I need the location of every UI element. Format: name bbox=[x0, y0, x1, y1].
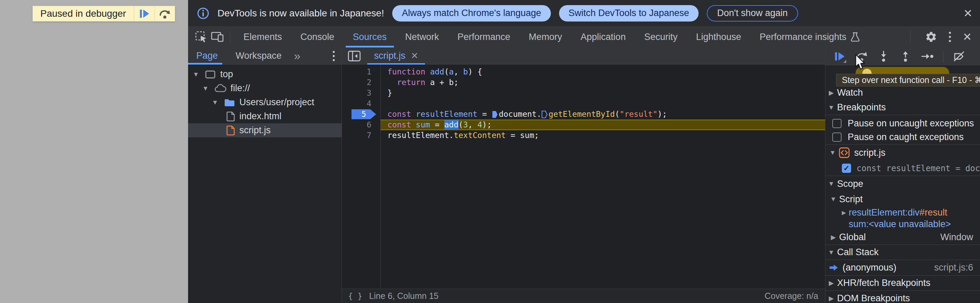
section-watch[interactable]: ▶ Watch bbox=[826, 85, 980, 100]
chevron-down-icon[interactable]: ▼ bbox=[827, 149, 838, 157]
section-breakpoints[interactable]: ▼ Breakpoints bbox=[826, 100, 980, 115]
line-number[interactable]: 6 bbox=[342, 119, 380, 130]
toggle-device-toolbar-button[interactable] bbox=[209, 26, 226, 48]
step-out-button[interactable] bbox=[899, 49, 912, 63]
step-over-button[interactable] bbox=[855, 49, 869, 63]
long-press-indicator bbox=[843, 60, 846, 63]
section-dom-breakpoints[interactable]: ▶ DOM Breakpoints bbox=[826, 291, 980, 303]
devtools-close-icon[interactable]: ✕ bbox=[963, 32, 972, 42]
infobar-close-icon[interactable]: ✕ bbox=[963, 8, 972, 19]
pause-uncaught-row[interactable]: Pause on uncaught exceptions bbox=[826, 116, 980, 130]
scope-script-section[interactable]: ▼ Script bbox=[826, 192, 980, 207]
tab-security[interactable]: Security bbox=[635, 26, 687, 48]
switch-to-japanese-button[interactable]: Switch DevTools to Japanese bbox=[559, 5, 699, 22]
navigator-tab-page[interactable]: Page bbox=[196, 51, 218, 61]
breakpoint-marker[interactable]: 5 bbox=[352, 109, 376, 119]
tab-sources[interactable]: Sources bbox=[344, 26, 396, 48]
editor-tab-script-js[interactable]: script.js ✕ bbox=[367, 48, 425, 65]
step-over-mini-button[interactable] bbox=[154, 6, 175, 21]
debugger-sections: ▶ Watch ▼ Breakpoints Pause on uncaught … bbox=[826, 85, 980, 303]
breakpoint-code-preview: const resultElement = doc… bbox=[857, 163, 980, 173]
chevron-down-icon[interactable]: ▼ bbox=[826, 180, 837, 187]
inline-breakpoint-marker-icon[interactable] bbox=[542, 111, 547, 118]
expand-chevron-icon[interactable]: ▼ bbox=[211, 99, 220, 106]
pause-caught-checkbox[interactable] bbox=[832, 133, 842, 142]
line-number-breakpoint[interactable]: 5 bbox=[342, 109, 380, 119]
pause-caught-row[interactable]: Pause on caught exceptions bbox=[826, 130, 980, 144]
navigator-tab-workspace[interactable]: Workspace bbox=[235, 51, 282, 61]
always-match-language-button[interactable]: Always match Chrome's language bbox=[392, 5, 550, 22]
tab-performance-insights[interactable]: Performance insights bbox=[751, 26, 870, 48]
scope-var-sum[interactable]: sum: <value unavailable> bbox=[826, 218, 980, 230]
line-number-gutter[interactable]: 1 2 3 4 5 6 7 bbox=[342, 65, 380, 289]
tab-memory[interactable]: Memory bbox=[519, 26, 571, 48]
chevron-right-icon[interactable]: ▶ bbox=[827, 233, 839, 241]
line-number[interactable]: 1 bbox=[342, 67, 380, 77]
devtools-menu-kebab-icon[interactable] bbox=[948, 30, 952, 43]
section-xhr-breakpoints[interactable]: ▶ XHR/fetch Breakpoints bbox=[826, 276, 980, 291]
more-tabs-icon[interactable]: » bbox=[294, 49, 301, 62]
call-stack-frame[interactable]: (anonymous) script.js:6 bbox=[826, 260, 980, 276]
deactivate-breakpoints-button[interactable] bbox=[952, 49, 966, 63]
step-into-button[interactable] bbox=[877, 49, 891, 63]
navigator-menu-kebab-icon[interactable] bbox=[331, 49, 336, 62]
scope-var-result-element[interactable]: ▶ resultElement: div#result bbox=[826, 207, 980, 218]
step-out-icon bbox=[900, 50, 911, 62]
tree-item-script-js[interactable]: script.js bbox=[188, 123, 342, 137]
section-scope[interactable]: ▼ Scope bbox=[826, 176, 980, 192]
tab-network[interactable]: Network bbox=[396, 26, 448, 48]
active-frame-arrow-icon bbox=[830, 264, 838, 271]
chevron-down-icon[interactable]: ▼ bbox=[826, 104, 837, 111]
code-line-2: return a + b; bbox=[380, 77, 825, 88]
paused-in-debugger-banner: Paused in debugger bbox=[32, 6, 175, 22]
code-line-6-paused: const sum = add(3, 4); bbox=[380, 119, 825, 130]
chevron-down-icon[interactable]: ▼ bbox=[826, 249, 837, 256]
tree-item-file-protocol[interactable]: ▼ file:// bbox=[188, 81, 342, 95]
html-file-icon bbox=[226, 111, 235, 122]
inspect-element-button[interactable] bbox=[193, 26, 209, 48]
tab-lighthouse[interactable]: Lighthouse bbox=[687, 26, 750, 48]
step-into-icon bbox=[878, 50, 889, 62]
tab-console[interactable]: Console bbox=[291, 26, 344, 48]
code-editor[interactable]: 1 2 3 4 5 6 7 function add(a, b) { retur… bbox=[342, 65, 825, 289]
tree-item-project-folder[interactable]: ▼ Users/user/project bbox=[188, 95, 342, 109]
section-call-stack[interactable]: ▼ Call Stack bbox=[826, 245, 980, 260]
toggle-navigator-button[interactable] bbox=[346, 46, 363, 67]
cloud-icon bbox=[214, 83, 226, 94]
pause-uncaught-checkbox[interactable] bbox=[832, 119, 842, 128]
chevron-right-icon[interactable]: ▶ bbox=[826, 89, 837, 97]
breakpoint-entry[interactable]: ✓ const resultElement = doc… 5 bbox=[826, 161, 980, 176]
line-number[interactable]: 4 bbox=[342, 98, 380, 109]
cursor-position: Line 6, Column 15 bbox=[369, 291, 439, 301]
line-number[interactable]: 2 bbox=[342, 77, 380, 88]
line-number[interactable]: 3 bbox=[342, 88, 380, 98]
settings-gear-icon[interactable] bbox=[925, 31, 937, 43]
step-target-token[interactable]: add bbox=[444, 120, 458, 129]
resume-button[interactable] bbox=[833, 49, 846, 63]
tab-elements[interactable]: Elements bbox=[234, 26, 291, 48]
step-button[interactable] bbox=[921, 49, 934, 63]
step-icon bbox=[921, 52, 934, 61]
scope-global-section[interactable]: ▶ Global Window bbox=[826, 230, 980, 245]
js-file-icon bbox=[226, 125, 235, 136]
breakpoint-enabled-checkbox[interactable]: ✓ bbox=[842, 163, 851, 173]
script-file-icon bbox=[838, 147, 850, 159]
tab-application[interactable]: Application bbox=[571, 26, 635, 48]
code-line-3: } bbox=[380, 88, 825, 98]
line-number[interactable]: 7 bbox=[342, 130, 380, 141]
tree-item-top[interactable]: ▼ top bbox=[188, 67, 342, 81]
tree-item-index-html[interactable]: index.html bbox=[188, 109, 342, 123]
resume-script-button[interactable] bbox=[134, 6, 154, 21]
expand-chevron-icon[interactable]: ▼ bbox=[201, 85, 210, 92]
chevron-down-icon[interactable]: ▼ bbox=[827, 195, 839, 203]
tab-performance[interactable]: Performance bbox=[448, 26, 520, 48]
inline-breakpoint-marker-active-icon[interactable] bbox=[492, 111, 498, 118]
chevron-right-icon[interactable]: ▶ bbox=[826, 279, 837, 287]
dont-show-again-button[interactable]: Don't show again bbox=[707, 5, 798, 22]
pretty-print-icon[interactable]: { } bbox=[348, 292, 363, 301]
expand-chevron-icon[interactable]: ▼ bbox=[191, 71, 200, 78]
chevron-right-icon[interactable]: ▶ bbox=[839, 209, 849, 216]
breakpoint-group-script-js[interactable]: ▼ script.js bbox=[826, 144, 980, 161]
tab-close-icon[interactable]: ✕ bbox=[411, 51, 418, 61]
chevron-right-icon[interactable]: ▶ bbox=[826, 295, 837, 302]
